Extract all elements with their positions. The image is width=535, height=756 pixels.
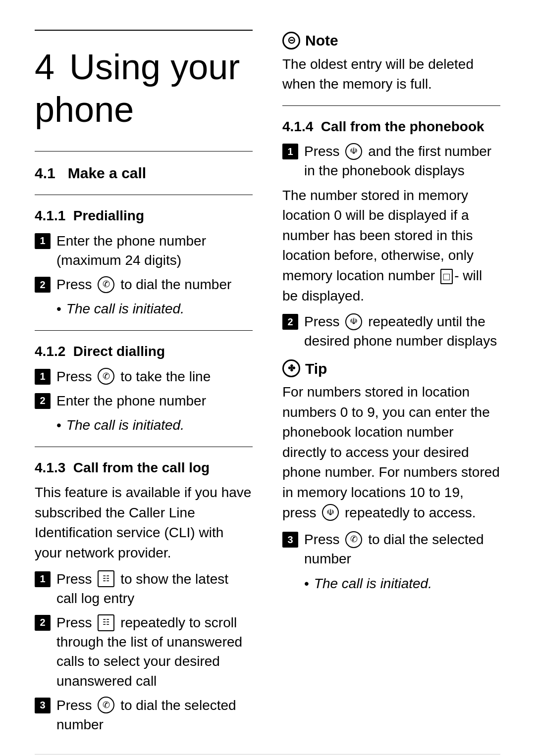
- step-item: 1 Press ✆ to take the line: [35, 367, 253, 386]
- phone-icon: ✆: [98, 697, 114, 713]
- step-item: 1 Press ☷ to show the latest call log en…: [35, 569, 253, 608]
- tip-icon: ✤: [282, 359, 300, 377]
- chapter-title: 4Using your phone: [35, 46, 253, 131]
- step-number: 1: [35, 571, 51, 587]
- step-item: 2 Press ✆ to dial the number: [35, 275, 253, 294]
- step-number: 1: [35, 369, 51, 385]
- left-column: 4Using your phone 4.1 Make a call 4.1.1 …: [35, 30, 253, 739]
- section-4-1-4-steps-bottom: 3 Press ✆ to dial the selected number: [282, 530, 500, 568]
- bullet-text: The call is initiated.: [66, 299, 184, 319]
- section-rule-4-1-4: [282, 105, 500, 106]
- step-number: 2: [35, 615, 51, 631]
- memory-icon: □: [440, 269, 453, 284]
- note-body: The oldest entry will be deleted when th…: [282, 54, 500, 95]
- step-text: Press ☫ repeatedly until the desired pho…: [304, 312, 500, 351]
- bullet-item: • The call is initiated.: [56, 415, 253, 436]
- step-text: Press ✆ to dial the number: [56, 275, 231, 294]
- section-4-1-2-steps: 1 Press ✆ to take the line 2 Enter the p…: [35, 367, 253, 410]
- step-item: 3 Press ✆ to dial the selected number: [35, 696, 253, 734]
- section-rule-4-1-2: [35, 330, 253, 331]
- step-text: Enter the phone number (maximum 24 digit…: [56, 231, 253, 270]
- bullet-text: The call is initiated.: [314, 574, 432, 594]
- book-icon: ☫: [345, 313, 362, 330]
- chapter-title-text: Using your phone: [35, 47, 240, 129]
- log-icon: ☷: [98, 570, 114, 587]
- section-4-1-4-title: 4.1.4 Call from the phonebook: [282, 117, 500, 137]
- bullet-item: • The call is initiated.: [304, 574, 500, 594]
- step-number: 3: [35, 698, 51, 713]
- top-rule: [35, 30, 253, 31]
- tip-title: Tip: [305, 358, 327, 380]
- section-4-1-title: 4.1 Make a call: [35, 162, 253, 184]
- section-rule-4-1-1: [35, 195, 253, 195]
- right-column: ⊝ Note The oldest entry will be deleted …: [282, 30, 500, 739]
- step-text: Press ☷ to show the latest call log entr…: [56, 569, 253, 608]
- step-text: Press ✆ to dial the selected number: [56, 696, 253, 734]
- phone-icon: ✆: [98, 276, 114, 293]
- page: 4Using your phone 4.1 Make a call 4.1.1 …: [0, 0, 535, 756]
- log-icon: ☷: [98, 614, 114, 631]
- step-number: 2: [35, 277, 51, 293]
- step-text: Press ✆ to take the line: [56, 367, 211, 386]
- step-item: 3 Press ✆ to dial the selected number: [282, 530, 500, 568]
- section-4-1-3-body: This feature is available if you have su…: [35, 483, 253, 563]
- step-text: Press ☷ repeatedly to scroll through the…: [56, 613, 253, 691]
- step-item: 1 Enter the phone number (maximum 24 dig…: [35, 231, 253, 270]
- tip-box: ✤ Tip For numbers stored in location num…: [282, 358, 500, 523]
- chapter-number: 4: [35, 46, 54, 88]
- bullet-text: The call is initiated.: [66, 415, 184, 436]
- phone-icon: ✆: [345, 531, 362, 548]
- section-4-1-1-steps: 1 Enter the phone number (maximum 24 dig…: [35, 231, 253, 295]
- step-text: Press ☫ and the first number in the phon…: [304, 142, 500, 180]
- step-number: 2: [35, 393, 51, 409]
- section-4-1-4-body1: The number stored in memory location 0 w…: [282, 186, 500, 306]
- step-number: 3: [282, 532, 298, 548]
- note-title: Note: [305, 30, 338, 51]
- phone-icon: ✆: [98, 368, 114, 385]
- bullet-item: • The call is initiated.: [56, 299, 253, 319]
- step-number: 1: [282, 144, 298, 159]
- step-text: Enter the phone number: [56, 391, 206, 410]
- tip-body: For numbers stored in location numbers 0…: [282, 382, 500, 523]
- section-4-1-4-steps-top: 1 Press ☫ and the first number in the ph…: [282, 142, 500, 180]
- section-4-1-4-steps-mid: 2 Press ☫ repeatedly until the desired p…: [282, 312, 500, 351]
- section-rule-4-1: [35, 151, 253, 151]
- section-4-1-2-title: 4.1.2 Direct dialling: [35, 342, 253, 362]
- section-rule-4-1-3: [35, 447, 253, 447]
- section-4-1-3-steps: 1 Press ☷ to show the latest call log en…: [35, 569, 253, 735]
- note-header: ⊝ Note: [282, 30, 500, 51]
- tip-header: ✤ Tip: [282, 358, 500, 380]
- note-box: ⊝ Note The oldest entry will be deleted …: [282, 30, 500, 95]
- section-4-1-1-title: 4.1.1 Predialling: [35, 206, 253, 226]
- step-number: 1: [35, 233, 51, 249]
- book-icon: ☫: [322, 504, 339, 521]
- step-number: 2: [282, 314, 298, 330]
- footer: 14 Using your phone: [35, 754, 500, 756]
- section-4-1-3-title: 4.1.3 Call from the call log: [35, 458, 253, 478]
- step-item: 1 Press ☫ and the first number in the ph…: [282, 142, 500, 180]
- note-icon: ⊝: [282, 32, 300, 50]
- step-item: 2 Enter the phone number: [35, 391, 253, 410]
- book-icon: ☫: [345, 143, 362, 160]
- step-item: 2 Press ☷ repeatedly to scroll through t…: [35, 613, 253, 691]
- step-text: Press ✆ to dial the selected number: [304, 530, 500, 568]
- step-item: 2 Press ☫ repeatedly until the desired p…: [282, 312, 500, 351]
